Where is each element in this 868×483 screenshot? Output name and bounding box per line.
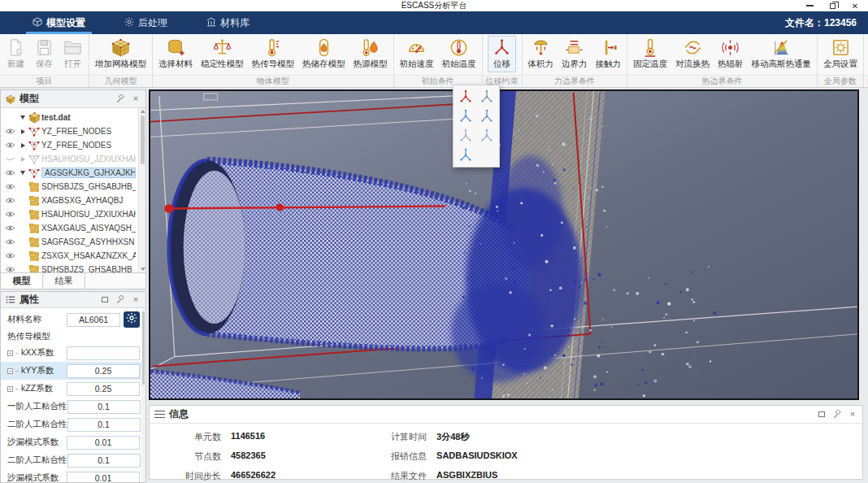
toolbar-group: 选择材料稳定性模型热传导模型热储存模型热源模型物体模型: [153, 34, 394, 87]
toolbar-button-material-db[interactable]: 选择材料: [154, 36, 197, 72]
info-field-value: SADBASIUDSKIOX: [436, 450, 518, 463]
constraint-triad-1-icon[interactable]: [456, 88, 475, 106]
info-field-value: 4582365: [231, 450, 266, 463]
pin-icon[interactable]: [115, 94, 125, 104]
toolbar-group: 体积力边界力接触力力边界条件: [523, 34, 628, 87]
eye-open-icon[interactable]: [1, 197, 19, 204]
property-input[interactable]: [67, 454, 141, 468]
model-panel-tab-1[interactable]: 模型: [1, 273, 43, 289]
toolbar-button-contact-force[interactable]: 接触力: [592, 36, 626, 72]
eye-open-icon[interactable]: [1, 128, 19, 135]
restore-icon[interactable]: [827, 2, 837, 10]
tree-item[interactable]: HSAUHOISU_JZXIUXHAHX: [1, 152, 145, 166]
toolbar-button-heat-storage[interactable]: 热储存模型: [298, 36, 349, 72]
nav-tab-1[interactable]: 模型设置: [24, 11, 93, 34]
toolbar-button-mesh-cube[interactable]: 增加网格模型: [91, 36, 150, 72]
material-name-input[interactable]: [67, 313, 120, 327]
toolbar-button-new-file[interactable]: 新建: [2, 36, 30, 72]
toolbar-button-open-folder[interactable]: 打开: [59, 36, 87, 72]
caret-down-icon[interactable]: [19, 115, 27, 120]
tree-item[interactable]: HSAUHOISU_JZXIUXHAHX: [1, 207, 145, 221]
toolbar-button-boundary-force[interactable]: 边界力: [558, 36, 592, 72]
material-settings-button[interactable]: [124, 311, 140, 328]
caret-right-icon[interactable]: [19, 129, 27, 134]
tree-item[interactable]: SAGFASGZ_ASYHHXSN: [1, 235, 145, 249]
caret-right-icon[interactable]: [19, 143, 27, 148]
toolbar-button-label: 固定温度: [633, 59, 667, 70]
toolbar-button-radiation[interactable]: 热辐射: [714, 36, 748, 72]
node-group-icon: [27, 140, 41, 151]
tree-item[interactable]: XSAXGAUS_AISYAQSH_ASHX: [1, 221, 145, 235]
tree-branch-icon[interactable]: [7, 386, 13, 392]
eye-closed-icon[interactable]: [1, 155, 19, 163]
model-panel-tab-2[interactable]: 结果: [43, 273, 85, 289]
nav-tab-2[interactable]: 后处理: [116, 11, 176, 34]
close-icon[interactable]: ×: [131, 94, 141, 104]
property-input[interactable]: [67, 436, 140, 450]
constraint-triad-5-icon[interactable]: [456, 127, 475, 145]
toolbar-button-body-force[interactable]: 体积力: [524, 36, 558, 72]
caret-down-icon[interactable]: [19, 171, 27, 175]
close-icon[interactable]: ×: [848, 410, 857, 420]
restore-panel-icon[interactable]: [100, 295, 110, 305]
tree-root[interactable]: test.dat: [1, 111, 145, 124]
tree-item[interactable]: YZ_FREE_NODES: [1, 124, 145, 138]
tree-scrollbar[interactable]: [138, 108, 145, 272]
tree-item[interactable]: ZSXGX_HSAKAZNZXK_AHASX: [1, 249, 145, 263]
eye-open-icon[interactable]: [1, 266, 19, 272]
model-cube-icon: [33, 17, 42, 29]
property-input[interactable]: [67, 364, 140, 378]
constraint-triad-3-icon[interactable]: [456, 107, 475, 125]
toolbar-button-convection[interactable]: 对流换热: [671, 36, 714, 72]
node-group-icon: [27, 168, 41, 179]
tree-item[interactable]: AGSGKJKG_GJHXAJKHXA: [1, 166, 145, 180]
tree-branch-icon[interactable]: [7, 368, 13, 374]
eye-open-icon[interactable]: [1, 238, 19, 246]
toolbar-button-save-file[interactable]: 保存: [30, 36, 59, 72]
tree-item[interactable]: SDHSBJZS_GHSABJHB_ZAHU: [1, 180, 145, 194]
property-input[interactable]: [67, 418, 141, 432]
property-input[interactable]: [67, 472, 140, 483]
tree-item[interactable]: SDHSBJZS_GHSABJHB_ZAHU: [1, 263, 145, 272]
eye-open-icon[interactable]: [1, 252, 19, 259]
tree-item[interactable]: XAGBSXG_AYHAQBJ: [1, 194, 145, 207]
constraint-triad-2-icon[interactable]: [477, 88, 497, 106]
pin-icon[interactable]: [115, 295, 125, 305]
viewport-3d[interactable]: [149, 89, 859, 400]
pin-icon[interactable]: [832, 410, 842, 420]
constraint-triad-7-icon[interactable]: [456, 146, 475, 164]
material-name-row: 材料名称: [1, 310, 145, 329]
toolbar-button-fixed-temperature[interactable]: 固定温度: [629, 36, 671, 72]
eye-open-icon[interactable]: [1, 183, 19, 190]
toolbar-button-displacement-triad[interactable]: 位移: [488, 36, 516, 72]
caret-right-icon[interactable]: [19, 157, 27, 162]
restore-panel-icon[interactable]: [817, 410, 827, 420]
filename-label: 文件名：123456: [785, 16, 857, 30]
close-icon[interactable]: ×: [131, 295, 141, 305]
eye-open-icon[interactable]: [1, 141, 19, 149]
eye-open-icon[interactable]: [1, 211, 19, 218]
constraint-triad-6-icon[interactable]: [477, 127, 497, 145]
toolbar-button-heat-conduction[interactable]: 热传导模型: [248, 36, 299, 72]
toolbar-button-init-temperature[interactable]: 初始温度: [438, 36, 480, 72]
property-input[interactable]: [67, 400, 141, 414]
property-label: 二阶人工粘合性: [7, 455, 67, 466]
minimize-icon[interactable]: [805, 2, 814, 10]
eye-open-icon[interactable]: [1, 169, 19, 176]
tree-item-label: SAGFASGZ_ASYHHXSN: [41, 237, 134, 246]
title-bar: ESCASS分析平台 ✕: [0, 0, 868, 11]
eye-open-icon[interactable]: [1, 224, 19, 232]
tree-branch-icon[interactable]: [7, 350, 13, 356]
nav-tab-3[interactable]: 材料库: [198, 11, 258, 34]
properties-scrollbar[interactable]: [141, 308, 145, 482]
toolbar-button-gauss-flux[interactable]: 移动高斯热通量: [748, 36, 816, 72]
toolbar-button-global-settings[interactable]: 全局设置: [819, 36, 861, 72]
constraint-triad-4-icon[interactable]: [477, 107, 497, 125]
property-input[interactable]: [67, 346, 140, 360]
property-input[interactable]: [67, 382, 140, 396]
tree-item[interactable]: YZ_FREE_NODES: [1, 138, 145, 152]
toolbar-button-heat-source[interactable]: 热源模型: [349, 36, 392, 72]
close-icon[interactable]: ✕: [850, 2, 860, 10]
toolbar-button-stability-scale[interactable]: 稳定性模型: [197, 36, 248, 72]
toolbar-button-init-velocity[interactable]: 初始速度: [396, 36, 438, 72]
